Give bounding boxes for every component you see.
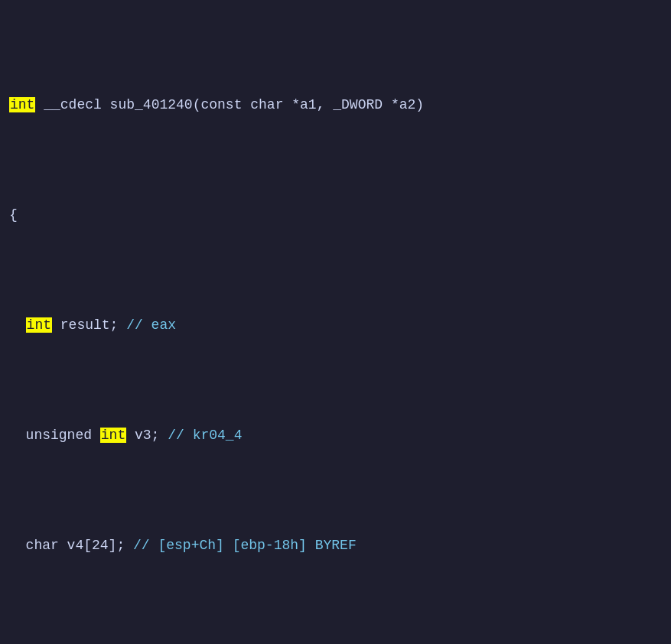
line-1: int __cdecl sub_401240(const char *a1, _… [9, 94, 662, 116]
keyword-int-3: int [100, 428, 126, 443]
line-3: int result; // eax [26, 314, 662, 337]
line-5: char v4[24]; // [esp+Ch] [ebp-18h] BYREF [26, 535, 662, 557]
keyword-int-2: int [26, 317, 52, 333]
keyword-int-highlight: int [9, 97, 35, 112]
line-4: unsigned int v3; // kr04_4 [26, 424, 662, 447]
code-view: int __cdecl sub_401240(const char *a1, _… [9, 6, 662, 644]
line-2: { [9, 204, 662, 226]
